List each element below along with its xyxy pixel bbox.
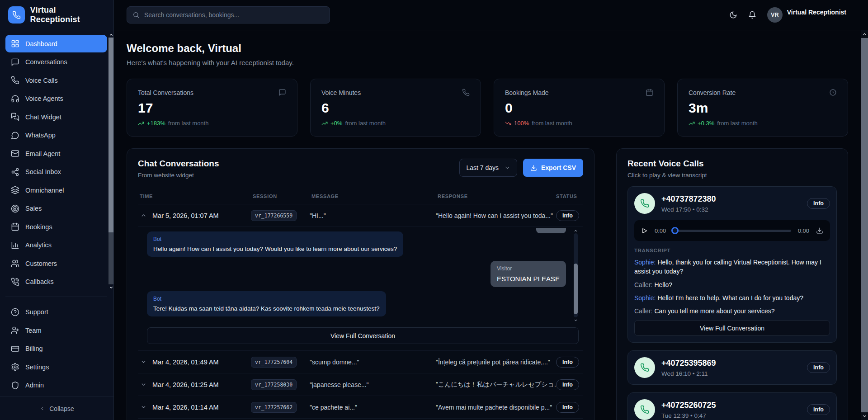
search-box — [127, 6, 330, 24]
conversations-icon — [11, 58, 19, 66]
sidebar-item-billing[interactable]: Billing — [5, 340, 107, 358]
view-full-conversation-button[interactable]: View Full Conversation — [634, 320, 830, 336]
row-time: Mar 5, 2026, 01:07 AM — [152, 212, 219, 219]
sidebar-item-settings[interactable]: Settings — [5, 358, 107, 376]
voice-call-card[interactable]: +40725260725 Tue 12:39 • 0:47 Info — [627, 392, 837, 420]
sidebar-item-conversations[interactable]: Conversations — [5, 53, 107, 71]
voice-call-card[interactable]: +40725395869 Wed 16:10 • 2:11 Info — [627, 350, 837, 385]
sidebar-scrollbar[interactable] — [108, 32, 113, 290]
sidebar-item-label: Support — [25, 308, 48, 316]
table-row[interactable]: Mar 4, 2026, 01:25 AM vr_177258030 "japa… — [138, 373, 583, 396]
info-badge[interactable]: Info — [807, 404, 830, 415]
sidebar-item-email-agent[interactable]: Email Agent — [5, 145, 107, 162]
scroll-down-icon[interactable] — [574, 317, 578, 323]
sidebar-item-customers[interactable]: Customers — [5, 255, 107, 272]
sidebar-item-whatsapp[interactable]: WhatsApp — [5, 127, 107, 144]
voice-agents-icon — [11, 94, 19, 103]
sidebar-nav: Dashboard Conversations Voice Calls Voic… — [0, 30, 113, 395]
table-row[interactable]: Mar 4, 2026, 01:49 AM vr_177257604 "scum… — [138, 351, 583, 373]
sidebar-item-dashboard[interactable]: Dashboard — [5, 35, 107, 52]
page-subtitle: Here's what's happening with your AI rec… — [127, 59, 848, 66]
call-meta: Wed 16:10 • 2:11 — [661, 370, 716, 377]
panels-row: Chat Conversations From website widget L… — [127, 148, 848, 420]
sidebar-item-omnichannel[interactable]: Omnichannel — [5, 181, 107, 199]
info-badge[interactable]: Info — [556, 402, 579, 413]
export-csv-button[interactable]: Export CSV — [523, 159, 583, 177]
chevron-up-icon — [141, 212, 146, 218]
conversation-scrollbar[interactable] — [573, 228, 579, 323]
page-scrollbar[interactable] — [861, 30, 868, 420]
info-badge[interactable]: Info — [556, 210, 579, 221]
chat-panel-subtitle: From website widget — [138, 172, 219, 179]
sidebar-item-voice-agents[interactable]: Voice Agents — [5, 90, 107, 108]
search-input[interactable] — [144, 11, 324, 19]
scroll-up-icon[interactable] — [574, 228, 578, 233]
table-row[interactable]: Mar 4, 2026, 01:14 AM vr_177257662 "ce p… — [138, 396, 583, 419]
sidebar-item-admin[interactable]: Admin — [5, 377, 107, 394]
sidebar-item-team[interactable]: Team — [5, 321, 107, 339]
sidebar-item-label: Dashboard — [25, 40, 57, 47]
row-message: "japanesse please..." — [310, 381, 436, 388]
sidebar-scrollbar-thumb[interactable] — [108, 38, 113, 232]
notifications-button[interactable] — [748, 11, 756, 19]
info-badge[interactable]: Info — [807, 198, 830, 209]
expanded-conversation: Bot Hello again! How can I assist you to… — [138, 227, 583, 351]
sidebar-item-label: Billing — [25, 345, 43, 352]
chevron-down-icon — [141, 404, 146, 410]
date-range-select[interactable]: Last 7 days — [459, 159, 517, 177]
row-message: "ce pachete ai..." — [310, 404, 436, 411]
view-full-conversation-button[interactable]: View Full Conversation — [147, 327, 579, 344]
sidebar-item-support[interactable]: Support — [5, 303, 107, 321]
dark-mode-toggle[interactable] — [729, 11, 737, 19]
voice-calls-icon — [11, 76, 19, 85]
message-text: ESTONIAN PLEASE — [497, 275, 560, 283]
voice-panel-subtitle: Click to play & view transcript — [627, 172, 837, 179]
page-title: Welcome back, Virtual — [127, 42, 848, 55]
sidebar-item-social-inbox[interactable]: Social Inbox — [5, 163, 107, 181]
download-recording-button[interactable] — [816, 227, 823, 234]
scroll-down-icon[interactable] — [109, 284, 113, 290]
call-number: +40737872380 — [661, 194, 716, 204]
info-badge[interactable]: Info — [556, 379, 579, 390]
play-button[interactable] — [641, 227, 648, 234]
sidebar-item-label: Bookings — [25, 223, 52, 231]
recent-voice-calls-panel: Recent Voice Calls Click to play & view … — [616, 148, 848, 420]
dashboard-content: Welcome back, Virtual Here's what's happ… — [114, 30, 868, 420]
clock-icon — [829, 89, 837, 96]
conversation-scrollbar-thumb[interactable] — [574, 264, 578, 314]
voice-call-card[interactable]: +40737872380 Wed 17:50 • 0:32 Info 0:00 … — [627, 186, 837, 343]
bot-message-bubble: Bot Tere! Kuidas ma saan teid täna aidat… — [147, 291, 386, 316]
transcript-text: Hello, thank you for calling Virtual Rec… — [634, 259, 821, 275]
analytics-icon — [11, 241, 19, 250]
sidebar-item-sales[interactable]: Sales — [5, 200, 107, 217]
row-response: "Înțeleg că prețurile pot părea ridicate… — [436, 359, 556, 366]
column-time: TIME — [140, 193, 253, 199]
sidebar-scrollbar-track[interactable] — [108, 38, 113, 284]
call-number: +40725395869 — [661, 359, 716, 368]
chevron-left-icon — [39, 406, 45, 411]
page-scrollbar-thumb[interactable] — [861, 38, 868, 412]
scroll-down-icon[interactable] — [861, 412, 868, 420]
info-badge[interactable]: Info — [556, 357, 579, 368]
collapse-sidebar-button[interactable]: Collapse — [0, 396, 113, 420]
sidebar-item-voice-calls[interactable]: Voice Calls — [5, 71, 107, 89]
sidebar-item-callbacks[interactable]: Callbacks — [5, 273, 107, 291]
seek-slider-thumb[interactable] — [671, 227, 679, 234]
sidebar-item-analytics[interactable]: Analytics — [5, 236, 107, 254]
sidebar-item-label: Sales — [25, 205, 42, 212]
app-name: Virtual Receptionist — [30, 5, 105, 24]
stat-label: Total Conversations — [138, 89, 193, 96]
chevron-down-icon — [504, 165, 510, 171]
sidebar-item-chat-widget[interactable]: Chat Widget — [5, 108, 107, 126]
seek-slider[interactable] — [673, 230, 791, 232]
sidebar-item-label: Settings — [25, 363, 49, 371]
scroll-up-icon[interactable] — [109, 32, 113, 38]
phone-icon — [462, 89, 470, 96]
user-menu[interactable]: VR Virtual Receptionist — [767, 7, 846, 23]
search-icon — [132, 11, 140, 19]
scroll-up-icon[interactable] — [861, 30, 868, 38]
voice-panel-title: Recent Voice Calls — [627, 159, 837, 169]
info-badge[interactable]: Info — [807, 362, 830, 373]
sidebar-item-bookings[interactable]: Bookings — [5, 218, 107, 236]
table-row[interactable]: Mar 5, 2026, 01:07 AM vr_177266559 "HI..… — [138, 204, 583, 227]
